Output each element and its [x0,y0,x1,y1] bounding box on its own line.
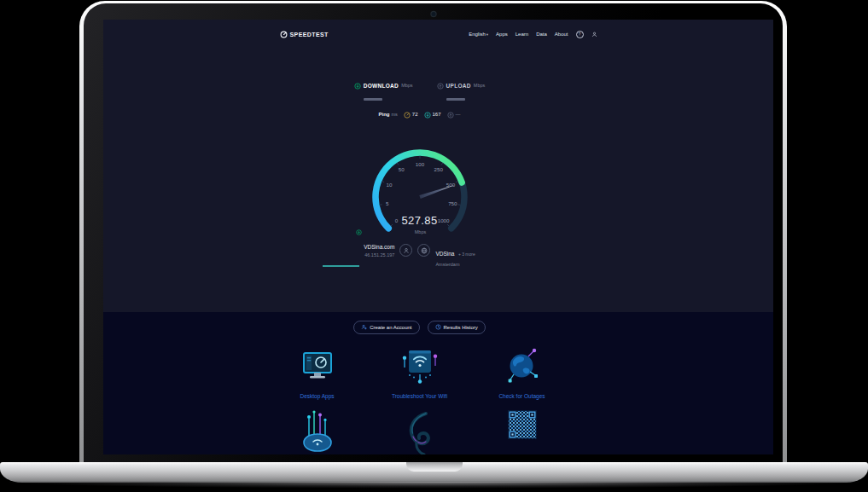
server-more: + 3 more [458,252,475,257]
latency-row: Ping ms 72 167 [103,107,754,122]
svg-text:5: 5 [385,200,388,206]
user-icon[interactable] [591,32,597,38]
isp-name: VDSina.com [364,244,394,250]
globe-circle-icon [417,244,430,257]
feature-desktop-apps[interactable]: Desktop Apps [277,344,358,399]
nav-item-apps[interactable]: Apps [496,32,508,37]
desktop-apps-icon [298,344,337,387]
isp-block: VDSina.com 46.151.25.197 [364,244,394,258]
qr-code-icon [508,410,537,454]
create-account-button[interactable]: Create an Account [353,321,419,334]
qr-code-tile[interactable] [481,410,563,454]
upload-tab-label: UPLOAD [446,83,471,89]
coverage-device-tile[interactable] [277,410,358,454]
site-header: SPEEDTEST English▾ Apps Learn Data About… [103,26,773,42]
illustration-tile[interactable] [379,410,461,454]
download-speed-value: 527.85 [356,214,484,227]
laptop-base [0,462,868,483]
feature-label: Desktop Apps [300,393,334,399]
upload-latency-icon [447,107,454,122]
upload-arrow-icon [437,78,444,93]
add-user-icon [361,324,367,331]
swirl-illustration-icon [400,410,440,454]
nav-item-about[interactable]: About [555,32,568,37]
tab-download[interactable]: DOWNLOAD Mbps [354,78,413,101]
idle-latency-metric: 72 [404,107,418,122]
ping-unit: ms [391,112,397,117]
speedtest-page: SPEEDTEST English▾ Apps Learn Data About… [103,20,773,454]
download-latency-icon [424,107,431,122]
footer-section: Create an Account Results History [103,312,773,454]
svg-text:250: 250 [434,166,443,172]
results-history-label: Results History [444,325,478,330]
speedtest-logo[interactable]: SPEEDTEST [280,26,329,42]
ping-label: Ping [378,112,389,117]
speedtest-gauge-icon [280,26,288,42]
server-name: VDSina [435,251,454,257]
result-tabs: DOWNLOAD Mbps UPLOAD Mbps [103,78,754,101]
isp-ip: 46.151.25.197 [364,252,394,258]
download-tab-label: DOWNLOAD [364,83,399,89]
speed-gauge: 0510501002505007501000 527.85 Mbps [356,142,484,245]
history-icon [435,324,441,331]
feature-tiles: Desktop Apps [103,344,754,399]
main-nav: English▾ Apps Learn Data About ? [469,31,597,38]
upload-value-placeholder [446,98,465,101]
download-tab-unit: Mbps [401,83,412,88]
nav-item-learn[interactable]: Learn [516,32,528,37]
server-location: Amsterdam [435,262,475,267]
feature-check-outages[interactable]: Check for Outages [481,344,563,399]
screen-bezel: SPEEDTEST English▾ Apps Learn Data About… [84,3,783,462]
feature-label: Check for Outages [498,393,545,399]
feature-label: Troubleshoot Your Wifi [392,393,447,399]
help-icon[interactable]: ? [576,31,584,38]
download-value-placeholder [364,98,382,101]
laptop-shadow [9,482,859,489]
speed-unit-row: Mbps [356,229,484,234]
router-pins-icon [299,410,336,454]
svg-text:100: 100 [415,161,424,167]
feature-wifi-troubleshoot[interactable]: Troubleshoot Your Wifi [379,344,461,399]
webcam-icon [431,12,435,16]
tab-upload[interactable]: UPLOAD Mbps [437,78,486,101]
svg-text:50: 50 [398,166,404,172]
download-latency-metric: 167 [424,107,441,122]
download-arrow-icon [354,78,361,93]
outages-globe-icon [504,344,541,387]
test-progress-bar [323,265,359,267]
upload-tab-unit: Mbps [474,83,485,88]
user-circle-icon [399,244,412,257]
extra-tiles [103,410,754,454]
server-block[interactable]: VDSina + 3 more Amsterdam [435,244,475,267]
connection-info: VDSina.com 46.151.25.197 VDSina + 3 more… [103,244,754,267]
nav-item-data[interactable]: Data [536,32,547,37]
laptop-lid: SPEEDTEST English▾ Apps Learn Data About… [79,1,787,462]
laptop-base-notch [406,462,463,472]
speed-unit-label: Mbps [415,229,426,234]
create-account-label: Create an Account [370,325,411,330]
account-actions: Create an Account Results History [103,321,754,334]
svg-text:10: 10 [386,182,392,188]
chevron-down-icon: ▾ [486,32,488,37]
svg-text:750: 750 [448,200,457,206]
idle-latency-icon [404,107,411,122]
wifi-troubleshoot-icon [398,344,442,387]
upload-latency-metric: — [447,107,461,122]
results-history-button[interactable]: Results History [428,321,486,334]
logo-text: SPEEDTEST [290,32,329,38]
nav-item-english[interactable]: English▾ [469,32,488,37]
